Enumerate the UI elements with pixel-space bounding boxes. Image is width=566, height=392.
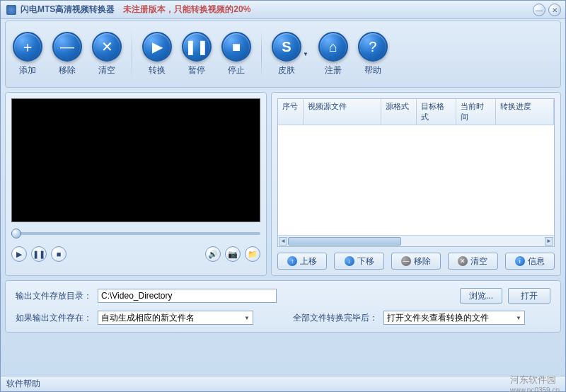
skin-button[interactable]: S 皮肤: [272, 32, 301, 76]
app-window: 闪电MTS高清视频转换器 未注册版本，只能转换视频的20% — ✕ ＋ 添加 —…: [0, 0, 566, 392]
main-toolbar: ＋ 添加 — 移除 ✕ 清空 ▶ 转换 ❚❚ 暂停 ■: [5, 21, 561, 88]
minus-icon: —: [52, 32, 82, 62]
file-table: 序号 视频源文件 源格式 目标格式 当前时间 转换进度 ◄ ►: [277, 98, 555, 247]
chevron-down-icon: ▼: [516, 315, 521, 321]
x-icon: ✕: [458, 256, 468, 266]
if-exists-label: 如果输出文件存在：: [16, 312, 92, 324]
col-src-format[interactable]: 源格式: [381, 99, 417, 125]
clear-button[interactable]: ✕ 清空: [92, 32, 122, 76]
browse-button[interactable]: 浏览...: [460, 288, 502, 304]
watermark: 河东软件园 www.pc0359.cn: [510, 374, 560, 392]
titlebar: 闪电MTS高清视频转换器 未注册版本，只能转换视频的20% — ✕: [1, 1, 565, 19]
output-dir-label: 输出文件存放目录：: [16, 290, 92, 302]
video-preview: [11, 98, 260, 222]
col-source[interactable]: 视频源文件: [304, 99, 381, 125]
file-list-panel: 序号 视频源文件 源格式 目标格式 当前时间 转换进度 ◄ ► ↑上移 ↓下移 …: [271, 92, 561, 276]
minus-icon: —: [401, 256, 411, 266]
preview-pause-button[interactable]: ❚❚: [31, 246, 47, 262]
convert-button[interactable]: ▶ 转换: [142, 32, 172, 76]
app-title: 闪电MTS高清视频转换器: [21, 4, 115, 16]
add-button[interactable]: ＋ 添加: [13, 32, 42, 76]
output-dir-input[interactable]: [98, 289, 277, 303]
table-body: [278, 125, 554, 235]
chevron-down-icon[interactable]: ▼: [303, 51, 308, 57]
status-text: 软件帮助: [6, 378, 40, 390]
stop-icon: ■: [221, 32, 251, 62]
col-progress[interactable]: 转换进度: [496, 99, 554, 125]
scroll-left-icon[interactable]: ◄: [279, 237, 287, 246]
register-button[interactable]: ⌂ 注册: [318, 32, 348, 76]
remove-button[interactable]: — 移除: [52, 32, 82, 76]
play-icon: ▶: [142, 32, 172, 62]
stop-button[interactable]: ■ 停止: [221, 32, 251, 76]
preview-panel: ▶ ❚❚ ■ 🔊 📷 📁: [5, 92, 267, 276]
statusbar: 软件帮助 河东软件园 www.pc0359.cn: [1, 376, 565, 391]
col-index[interactable]: 序号: [278, 99, 304, 125]
help-icon: ?: [358, 32, 388, 62]
if-exists-select[interactable]: 自动生成相应的新文件名▼: [98, 311, 253, 325]
home-icon: ⌂: [318, 32, 348, 62]
list-remove-button[interactable]: —移除: [391, 253, 441, 270]
list-clear-button[interactable]: ✕清空: [448, 253, 497, 270]
help-button[interactable]: ? 帮助: [358, 32, 388, 76]
pause-button[interactable]: ❚❚ 暂停: [182, 32, 212, 76]
app-icon: [6, 5, 16, 15]
open-folder-button[interactable]: 📁: [245, 246, 260, 262]
after-all-select[interactable]: 打开文件夹查看转换的文件▼: [383, 311, 525, 325]
arrow-down-icon: ↓: [345, 256, 354, 266]
open-button[interactable]: 打开: [508, 288, 550, 304]
arrow-up-icon: ↑: [287, 256, 297, 266]
info-icon: i: [515, 256, 525, 266]
after-all-label: 全部文件转换完毕后：: [293, 312, 378, 324]
volume-button[interactable]: 🔊: [205, 246, 221, 262]
move-up-button[interactable]: ↑上移: [277, 253, 327, 270]
horizontal-scrollbar[interactable]: ◄ ►: [278, 235, 554, 246]
minimize-button[interactable]: —: [533, 4, 545, 16]
col-current-time[interactable]: 当前时间: [456, 99, 496, 125]
unregistered-notice: 未注册版本，只能转换视频的20%: [123, 4, 250, 16]
info-button[interactable]: i信息: [505, 253, 555, 270]
move-down-button[interactable]: ↓下移: [334, 253, 383, 270]
preview-play-button[interactable]: ▶: [11, 246, 27, 262]
seek-slider[interactable]: [11, 228, 260, 239]
settings-panel: 输出文件存放目录： 浏览... 打开 如果输出文件存在： 自动生成相应的新文件名…: [5, 280, 561, 333]
scroll-right-icon[interactable]: ►: [545, 237, 553, 246]
plus-icon: ＋: [13, 32, 42, 62]
chevron-down-icon: ▼: [244, 315, 250, 321]
close-button[interactable]: ✕: [548, 4, 561, 16]
pause-icon: ❚❚: [182, 32, 212, 62]
snapshot-button[interactable]: 📷: [225, 246, 241, 262]
preview-stop-button[interactable]: ■: [51, 246, 67, 262]
x-icon: ✕: [92, 32, 122, 62]
col-target-format[interactable]: 目标格式: [417, 99, 456, 125]
skin-icon: S: [272, 32, 301, 62]
